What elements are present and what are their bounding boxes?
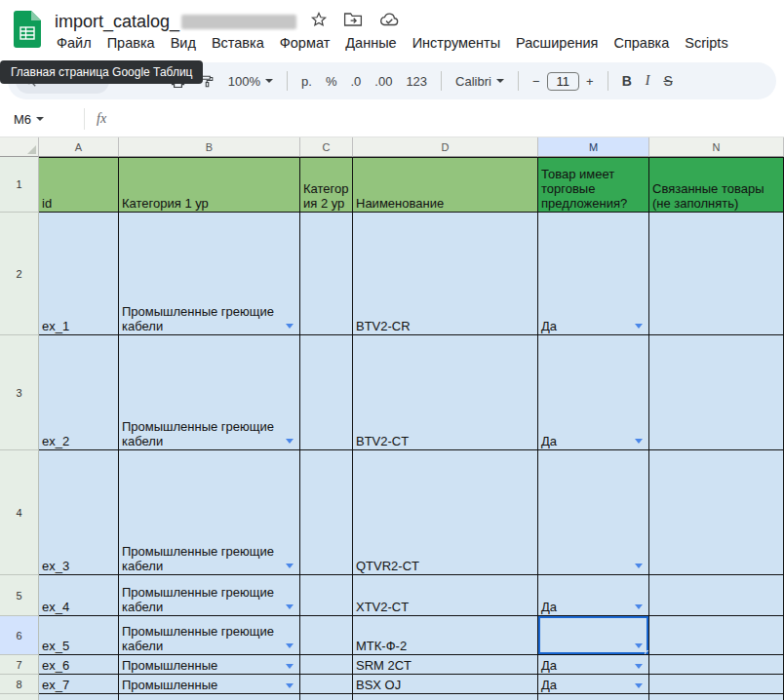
cell-name[interactable]: SRM 2CT bbox=[353, 655, 538, 675]
column-header-b[interactable]: B bbox=[119, 137, 300, 157]
cell-category2[interactable] bbox=[300, 655, 353, 675]
dropdown-icon[interactable] bbox=[286, 604, 294, 609]
cell-offers[interactable] bbox=[538, 450, 649, 575]
cell-category1[interactable]: Промышленные греющие кабели bbox=[119, 616, 300, 655]
cloud-status-icon[interactable] bbox=[378, 12, 400, 31]
row-header[interactable]: 5 bbox=[0, 575, 39, 616]
cell-category2[interactable] bbox=[300, 450, 353, 575]
dropdown-icon[interactable] bbox=[286, 683, 294, 688]
cell-id[interactable]: ex_7 bbox=[39, 675, 119, 694]
header-cell-category2[interactable]: Категория 2 ур bbox=[300, 157, 353, 213]
cell-offers[interactable] bbox=[538, 694, 649, 700]
column-header-n[interactable]: N bbox=[649, 137, 784, 157]
header-cell-name[interactable]: Наименование bbox=[353, 157, 538, 213]
cell-category1[interactable]: Промышленные bbox=[119, 655, 300, 675]
header-cell-related[interactable]: Связанные товары (не заполнять) bbox=[649, 157, 784, 213]
menu-tools[interactable]: Инструменты bbox=[405, 32, 508, 54]
cell-category2[interactable] bbox=[300, 675, 353, 694]
cell-category2[interactable] bbox=[300, 213, 353, 335]
cell-name[interactable]: МТК-Ф-2 bbox=[353, 616, 538, 655]
cell-category1[interactable]: Промышленные bbox=[119, 675, 300, 694]
cell-id[interactable]: ex_6 bbox=[39, 655, 119, 675]
menu-insert[interactable]: Вставка bbox=[204, 32, 272, 54]
cell-offers[interactable]: Да bbox=[538, 575, 649, 616]
cell-related[interactable] bbox=[649, 575, 784, 616]
cell-category2[interactable] bbox=[300, 575, 353, 616]
cell-id[interactable]: ex_1 bbox=[39, 213, 119, 335]
header-cell-category1[interactable]: Категория 1 ур bbox=[119, 157, 300, 213]
row-header[interactable]: 1 bbox=[0, 157, 39, 213]
bold-button[interactable]: B bbox=[615, 68, 639, 94]
more-formats-button[interactable]: 123 bbox=[399, 68, 434, 94]
cell-category1[interactable]: Промышленные греющие кабели bbox=[119, 450, 300, 575]
cell-category1[interactable]: Промышленные греющие кабели bbox=[119, 335, 300, 450]
cell-name[interactable]: BTV2-CR bbox=[353, 213, 538, 335]
sheets-logo-icon[interactable] bbox=[14, 11, 41, 52]
cell-id[interactable] bbox=[39, 694, 119, 700]
dropdown-icon[interactable] bbox=[286, 324, 294, 329]
increase-font-size-button[interactable]: + bbox=[579, 68, 601, 94]
italic-button[interactable]: I bbox=[639, 68, 657, 94]
dropdown-icon[interactable] bbox=[286, 664, 294, 669]
font-size-input[interactable]: 11 bbox=[547, 72, 580, 91]
dropdown-icon[interactable] bbox=[286, 564, 294, 568]
cell-name[interactable]: BTV2-CT bbox=[353, 335, 538, 450]
header-cell-offers[interactable]: Товар имеет торговые предложения? bbox=[538, 157, 649, 213]
cell-category1[interactable]: Промышленные греющие кабели bbox=[119, 575, 300, 616]
cell-name[interactable] bbox=[353, 694, 538, 700]
select-all-corner[interactable] bbox=[0, 137, 39, 157]
dropdown-icon[interactable] bbox=[635, 604, 643, 609]
decrease-font-size-button[interactable]: − bbox=[526, 68, 547, 94]
menu-data[interactable]: Данные bbox=[337, 32, 404, 54]
dropdown-icon[interactable] bbox=[635, 324, 643, 329]
dropdown-icon[interactable] bbox=[286, 643, 294, 648]
dropdown-icon[interactable] bbox=[635, 439, 643, 444]
menu-edit[interactable]: Правка bbox=[99, 32, 163, 54]
cell-name[interactable]: XTV2-CT bbox=[353, 575, 538, 616]
menu-help[interactable]: Справка bbox=[606, 32, 677, 54]
percent-format-button[interactable]: % bbox=[319, 68, 344, 94]
increase-decimal-button[interactable]: .00 bbox=[368, 68, 399, 94]
selected-cell-m6[interactable] bbox=[538, 616, 649, 655]
font-selector[interactable]: Calibri bbox=[449, 68, 511, 94]
row-header[interactable]: 2 bbox=[0, 213, 39, 335]
cell-related[interactable] bbox=[649, 213, 784, 335]
dropdown-icon[interactable] bbox=[635, 664, 643, 669]
cell-category1[interactable] bbox=[119, 694, 300, 700]
cell-id[interactable]: ex_4 bbox=[39, 575, 119, 616]
cell-id[interactable]: ex_3 bbox=[39, 450, 119, 575]
menu-format[interactable]: Формат bbox=[272, 32, 338, 54]
document-title[interactable]: import_catalog_ bbox=[55, 12, 179, 32]
dropdown-icon[interactable] bbox=[286, 439, 294, 444]
row-header[interactable]: 6 bbox=[0, 616, 39, 655]
cell-category2[interactable] bbox=[300, 694, 353, 700]
row-header[interactable]: 8 bbox=[0, 675, 39, 694]
menu-scripts[interactable]: Scripts bbox=[677, 32, 735, 54]
row-header[interactable] bbox=[0, 694, 39, 700]
row-header[interactable]: 4 bbox=[0, 450, 39, 575]
cell-offers[interactable]: Да bbox=[538, 675, 649, 694]
column-header-d[interactable]: D bbox=[353, 137, 538, 157]
cell-name[interactable]: BSX OJ bbox=[353, 675, 538, 694]
cell-id[interactable]: ex_2 bbox=[39, 335, 119, 450]
strikethrough-button[interactable]: S bbox=[656, 68, 679, 94]
move-folder-icon[interactable] bbox=[343, 12, 363, 31]
header-cell-id[interactable]: id bbox=[39, 157, 119, 213]
menu-view[interactable]: Вид bbox=[163, 32, 204, 54]
cell-related[interactable] bbox=[649, 655, 784, 675]
menu-file[interactable]: Файл bbox=[49, 32, 99, 54]
cell-offers[interactable]: Да bbox=[538, 335, 649, 450]
cell-offers[interactable]: Да bbox=[538, 655, 649, 675]
decrease-decimal-button[interactable]: .0 bbox=[343, 68, 368, 94]
column-header-m[interactable]: M bbox=[538, 137, 649, 157]
column-header-a[interactable]: A bbox=[39, 137, 119, 157]
dropdown-icon[interactable] bbox=[635, 683, 643, 688]
cell-related[interactable] bbox=[649, 616, 784, 655]
row-header[interactable]: 7 bbox=[0, 655, 39, 675]
cell-offers[interactable]: Да bbox=[538, 213, 649, 335]
column-header-c[interactable]: C bbox=[300, 137, 353, 157]
cell-category1[interactable]: Промышленные греющие кабели bbox=[119, 213, 300, 335]
cell-id[interactable]: ex_5 bbox=[39, 616, 119, 655]
cell-name[interactable]: QTVR2-CT bbox=[353, 450, 538, 575]
cell-related[interactable] bbox=[649, 335, 784, 450]
